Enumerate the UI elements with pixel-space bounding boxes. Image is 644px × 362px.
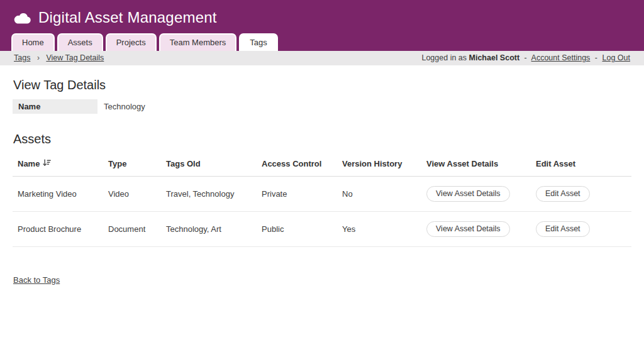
cloud-icon <box>14 12 31 24</box>
column-header-type[interactable]: Type <box>103 153 161 177</box>
view-asset-details-button[interactable]: View Asset Details <box>426 221 510 237</box>
user-bar-separator: - <box>595 53 597 62</box>
page-title: View Tag Details <box>13 78 631 92</box>
main-nav-tabs: Home Assets Projects Team Members Tags <box>0 33 644 51</box>
tab-tags[interactable]: Tags <box>239 33 277 51</box>
breadcrumb-link-view-tag-details[interactable]: View Tag Details <box>46 53 104 62</box>
asset-type-cell: Video <box>103 177 161 212</box>
edit-asset-button[interactable]: Edit Asset <box>536 186 590 202</box>
asset-version-history-cell: No <box>337 177 421 212</box>
assets-heading: Assets <box>13 132 631 146</box>
user-name: Michael Scott <box>469 53 520 62</box>
table-row: Marketing Video Video Travel, Technology… <box>13 177 631 212</box>
edit-asset-button[interactable]: Edit Asset <box>536 221 590 237</box>
column-header-name[interactable]: Name <box>13 153 103 177</box>
tag-name-label: Name <box>13 99 97 114</box>
log-out-link[interactable]: Log Out <box>602 53 630 62</box>
app-header: Digital Asset Management Home Assets Pro… <box>0 0 644 51</box>
column-header-view-asset-details: View Asset Details <box>421 153 531 177</box>
asset-access-control-cell: Public <box>257 212 337 247</box>
sort-descending-icon[interactable] <box>43 159 51 168</box>
user-bar-separator: - <box>525 53 527 62</box>
breadcrumb: Tags › View Tag Details <box>14 53 104 62</box>
column-header-edit-asset: Edit Asset <box>531 153 631 177</box>
breadcrumb-link-tags[interactable]: Tags <box>14 53 30 62</box>
asset-type-cell: Document <box>103 212 161 247</box>
logged-in-prefix: Logged in as <box>421 53 467 62</box>
column-header-name-label: Name <box>18 159 40 168</box>
back-to-tags-link[interactable]: Back to Tags <box>13 275 60 285</box>
breadcrumb-separator-icon: › <box>37 53 40 62</box>
asset-access-control-cell: Private <box>257 177 337 212</box>
asset-name-cell: Marketing Video <box>13 177 103 212</box>
view-asset-details-button[interactable]: View Asset Details <box>426 186 510 202</box>
tab-home[interactable]: Home <box>11 33 55 51</box>
breadcrumb-bar: Tags › View Tag Details Logged in as Mic… <box>0 51 644 65</box>
tag-name-value: Technology <box>104 102 145 111</box>
account-settings-link[interactable]: Account Settings <box>531 53 591 62</box>
column-header-version-history[interactable]: Version History <box>337 153 421 177</box>
app-title: Digital Asset Management <box>38 9 217 26</box>
tab-team-members[interactable]: Team Members <box>159 33 237 51</box>
asset-tags-old-cell: Travel, Technology <box>161 177 257 212</box>
tab-assets[interactable]: Assets <box>57 33 103 51</box>
tab-projects[interactable]: Projects <box>106 33 157 51</box>
assets-table-header-row: Name <box>13 153 631 177</box>
assets-table: Name <box>13 153 631 247</box>
asset-name-cell: Product Brochure <box>13 212 103 247</box>
column-header-tags-old[interactable]: Tags Old <box>161 153 257 177</box>
asset-tags-old-cell: Technology, Art <box>161 212 257 247</box>
header-title-bar: Digital Asset Management <box>0 0 644 33</box>
main-content: View Tag Details Name Technology Assets … <box>0 65 644 285</box>
user-bar: Logged in as Michael Scott - Account Set… <box>421 53 630 62</box>
tag-name-field-row: Name Technology <box>13 99 631 114</box>
table-row: Product Brochure Document Technology, Ar… <box>13 212 631 247</box>
column-header-access-control[interactable]: Access Control <box>257 153 337 177</box>
asset-version-history-cell: Yes <box>337 212 421 247</box>
